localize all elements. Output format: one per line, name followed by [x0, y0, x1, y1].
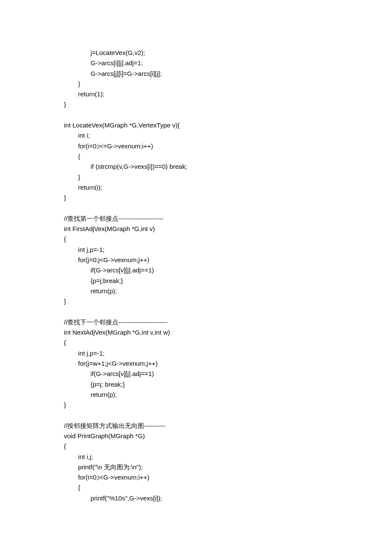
code-line: int j,p=-1;: [64, 348, 328, 358]
code-line: int FirstAdjVex(MGraph *G,int v): [64, 224, 328, 234]
code-block: j=LocateVex(G,v2); G->arcs[i][j].adj=1; …: [64, 48, 328, 503]
code-line: void PrintGraph(MGraph *G): [64, 431, 328, 441]
code-line: for(i=0;i<=G->vexnum;i++): [64, 141, 328, 151]
code-line: }: [64, 79, 328, 89]
document-page: j=LocateVex(G,v2); G->arcs[i][j].adj=1; …: [0, 0, 392, 555]
code-line: int i,j;: [64, 452, 328, 462]
code-line: printf("\n 无向图为:\n");: [64, 462, 328, 472]
code-line: }: [64, 99, 328, 110]
code-line: {: [64, 441, 328, 451]
code-line: for(i=0;i<G->vexnum;i++): [64, 472, 328, 483]
code-line: return(1);: [64, 89, 328, 99]
code-line: G->arcs[j][i]=G->arcs[i][j];: [64, 69, 328, 79]
code-line: return(p);: [64, 390, 328, 400]
code-line: printf("%10s",G->vexs[i]);: [64, 493, 328, 503]
code-line: for(j=w+1;j<G->vexnum;j++): [64, 358, 328, 369]
code-line: {: [64, 151, 328, 162]
code-line: }: [64, 193, 328, 203]
code-line: {p=j;break;}: [64, 276, 328, 286]
code-line: [64, 306, 328, 317]
code-line: }: [64, 172, 328, 182]
code-line: if (strcmp(v,G->vexs[i])==0) break;: [64, 162, 328, 172]
code-line: if(G->arcs[v][j].adj==1): [64, 369, 328, 379]
code-line: return(i);: [64, 182, 328, 193]
code-line: {: [64, 338, 328, 348]
code-line: int j,p=-1;: [64, 245, 328, 255]
code-line: }: [64, 296, 328, 306]
code-line: int i;: [64, 130, 328, 141]
code-line: //查找下一个邻接点-----------------------: [64, 317, 328, 327]
code-line: [64, 110, 328, 120]
code-line: int NextAdjVex(MGraph *G,int v,int w): [64, 327, 328, 338]
code-line: }: [64, 400, 328, 410]
code-line: if(G->arcs[v][j].adj==1): [64, 265, 328, 275]
code-line: {p=j; break;}: [64, 379, 328, 390]
code-line: for(j=0;j<G->vexnum;j++): [64, 255, 328, 265]
code-line: G->arcs[i][j].adj=1;: [64, 58, 328, 68]
code-line: int LocateVex(MGraph *G,VertexType v){: [64, 120, 328, 130]
code-line: j=LocateVex(G,v2);: [64, 48, 328, 58]
code-line: {: [64, 234, 328, 244]
code-line: //查找第一个邻接点---------------------: [64, 214, 328, 224]
code-line: //按邻接矩阵方式输出无向图----------: [64, 421, 328, 431]
code-line: [64, 410, 328, 420]
code-line: {: [64, 483, 328, 493]
code-line: return(p);: [64, 286, 328, 296]
code-line: [64, 203, 328, 213]
